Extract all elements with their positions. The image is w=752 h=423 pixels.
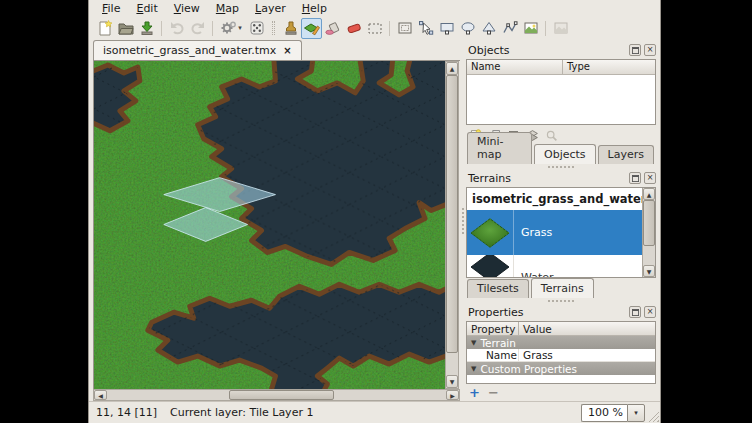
tileset-name: isometric_grass_and_water <box>467 188 642 210</box>
toolbar-handle <box>272 21 275 35</box>
screen: File Edit View Map Layer Help ▾ <box>0 0 752 423</box>
name-property-row[interactable]: Name Grass <box>467 349 655 362</box>
open-button[interactable] <box>115 18 136 39</box>
tab-layers[interactable]: Layers <box>598 145 654 164</box>
insert-tile-button[interactable] <box>520 18 541 39</box>
terrain-brush-icon <box>304 20 320 36</box>
new-button[interactable] <box>94 18 115 39</box>
close-panel-icon[interactable]: × <box>644 44 656 56</box>
property-name-value[interactable]: Grass <box>519 349 655 361</box>
bucket-fill-button[interactable] <box>322 18 343 39</box>
select-objects-button[interactable] <box>394 18 415 39</box>
menu-edit[interactable]: Edit <box>136 2 157 15</box>
document-tab[interactable]: isometric_grass_and_water.tmx × <box>93 40 302 60</box>
scroll-down-icon[interactable]: ▼ <box>643 265 655 277</box>
resize-grip[interactable] <box>648 411 659 422</box>
undo-button[interactable] <box>166 18 187 39</box>
close-panel-icon[interactable]: × <box>644 306 656 318</box>
menu-view[interactable]: View <box>174 2 200 15</box>
objects-col-name[interactable]: Name <box>467 60 563 74</box>
canvas-horizontal-scrollbar[interactable]: ◀ ▶ <box>93 389 460 401</box>
tab-close-icon[interactable]: × <box>283 46 291 56</box>
close-panel-icon[interactable]: × <box>644 172 656 184</box>
terrain-brush-button[interactable] <box>301 18 322 39</box>
scroll-right-icon[interactable]: ▶ <box>446 390 459 400</box>
insert-polygon-button[interactable] <box>478 18 499 39</box>
menu-map[interactable]: Map <box>216 2 239 15</box>
canvas-vertical-scrollbar[interactable]: ▲ ▼ <box>445 61 459 389</box>
execute-command-button[interactable]: ▾ <box>217 18 246 39</box>
random-mode-button[interactable] <box>246 18 267 39</box>
float-panel-icon[interactable] <box>629 44 641 56</box>
scroll-left-icon[interactable]: ◀ <box>94 390 107 400</box>
terrains-panel-title: Terrains × <box>466 170 656 186</box>
image-icon <box>553 20 569 36</box>
insert-ellipse-button[interactable] <box>457 18 478 39</box>
objects-panel-title: Objects × <box>466 42 656 58</box>
main-toolbar: ▾ <box>89 16 660 40</box>
toolbar-separator <box>389 21 390 36</box>
terrain-item-water[interactable]: Water <box>467 255 642 278</box>
properties-col-property[interactable]: Property <box>467 322 519 335</box>
terrains-panel-label: Terrains <box>468 172 626 185</box>
collapse-icon[interactable]: ▼ <box>471 339 476 347</box>
custom-properties-group-row[interactable]: ▼ Custom Properties <box>467 362 655 375</box>
hscroll-thumb[interactable] <box>229 390 334 400</box>
toolbar-separator <box>212 21 213 36</box>
terrain-group-row[interactable]: ▼ Terrain <box>467 336 655 349</box>
terrain-label: Grass <box>514 226 552 239</box>
toolbar-separator <box>545 21 546 36</box>
current-layer-label: Current layer: Tile Layer 1 <box>170 406 313 419</box>
tab-tilesets[interactable]: Tilesets <box>467 279 529 298</box>
collapse-icon[interactable]: ▼ <box>471 365 476 373</box>
properties-toolbar: + − <box>466 384 656 399</box>
terrain-item-grass[interactable]: Grass <box>467 210 642 255</box>
stamp-brush-button[interactable] <box>280 18 301 39</box>
float-panel-icon[interactable] <box>629 306 641 318</box>
insert-polyline-button[interactable] <box>499 18 520 39</box>
terrains-list: isometric_grass_and_water Grass Water ▲ <box>466 187 656 278</box>
properties-panel-title: Properties × <box>466 304 656 320</box>
tab-objects[interactable]: Objects <box>534 144 596 164</box>
grass-tile-thumbnail <box>467 210 514 255</box>
insert-rectangle-button[interactable] <box>436 18 457 39</box>
insert-image-button[interactable] <box>550 18 571 39</box>
remove-property-button[interactable]: − <box>488 385 499 400</box>
insert-polygon-icon <box>481 20 497 36</box>
scroll-up-icon[interactable]: ▲ <box>643 188 655 200</box>
zoom-level-field[interactable]: 100 % <box>581 404 627 422</box>
objects-table-header: Name Type <box>467 60 655 75</box>
menu-help[interactable]: Help <box>302 2 327 15</box>
eraser-button[interactable] <box>343 18 364 39</box>
undo-icon <box>169 20 185 36</box>
rectangular-select-button[interactable] <box>364 18 385 39</box>
dock-tabs-top: Mini-map Objects Layers <box>466 144 656 164</box>
tab-mini-map[interactable]: Mini-map <box>467 132 532 164</box>
terrains-scroll-thumb[interactable] <box>643 200 655 246</box>
objects-table[interactable]: Name Type <box>466 59 656 125</box>
float-panel-icon[interactable] <box>629 172 641 184</box>
dock-tabs-middle: Tilesets Terrains <box>466 278 656 298</box>
document-tab-bar: isometric_grass_and_water.tmx × <box>93 40 460 60</box>
rect-select-icon <box>367 20 383 36</box>
properties-empty-area <box>467 375 655 383</box>
save-button[interactable] <box>136 18 157 39</box>
zoom-dropdown-button[interactable]: ▾ <box>627 404 645 422</box>
objects-col-type[interactable]: Type <box>563 60 655 74</box>
menu-file[interactable]: File <box>102 2 120 15</box>
insert-polyline-icon <box>502 20 518 36</box>
scroll-down-icon[interactable]: ▼ <box>446 375 458 388</box>
properties-col-value[interactable]: Value <box>519 322 655 335</box>
terrains-scrollbar[interactable]: ▲ ▼ <box>642 188 655 277</box>
menu-layer[interactable]: Layer <box>255 2 286 15</box>
redo-button[interactable] <box>187 18 208 39</box>
tab-terrains[interactable]: Terrains <box>531 278 594 298</box>
insert-ellipse-icon <box>460 20 476 36</box>
terrain-label: Water <box>514 271 554 278</box>
add-property-button[interactable]: + <box>469 385 480 400</box>
vscroll-thumb[interactable] <box>446 75 458 353</box>
edit-polygons-button[interactable] <box>415 18 436 39</box>
scroll-up-icon[interactable]: ▲ <box>446 62 458 75</box>
map-canvas[interactable] <box>93 61 445 389</box>
goto-object-button[interactable] <box>544 128 559 143</box>
